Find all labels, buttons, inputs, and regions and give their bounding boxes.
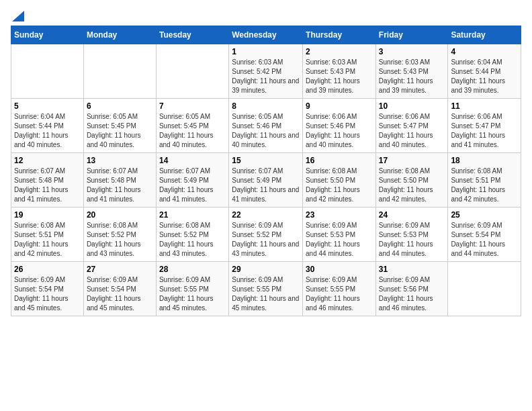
- day-info: Sunrise: 6:03 AMSunset: 5:43 PMDaylight:…: [306, 58, 373, 95]
- day-number: 1: [232, 47, 300, 56]
- calendar-cell: [11, 44, 84, 99]
- calendar-week-row: 26Sunrise: 6:09 AMSunset: 5:54 PMDayligh…: [11, 262, 521, 316]
- day-number: 15: [232, 156, 300, 165]
- day-info: Sunrise: 6:06 AMSunset: 5:47 PMDaylight:…: [379, 112, 445, 150]
- day-number: 29: [232, 265, 300, 274]
- day-info: Sunrise: 6:09 AMSunset: 5:54 PMDaylight:…: [14, 275, 81, 313]
- weekday-header-wednesday: Wednesday: [229, 26, 303, 44]
- calendar-week-row: 5Sunrise: 6:04 AMSunset: 5:44 PMDaylight…: [11, 99, 521, 153]
- day-number: 7: [159, 101, 226, 111]
- day-number: 8: [232, 101, 300, 111]
- logo: [11, 11, 24, 19]
- calendar-cell: 29Sunrise: 6:09 AMSunset: 5:55 PMDayligh…: [229, 262, 303, 316]
- day-info: Sunrise: 6:09 AMSunset: 5:54 PMDaylight:…: [87, 275, 153, 313]
- day-info: Sunrise: 6:09 AMSunset: 5:55 PMDaylight:…: [232, 275, 300, 313]
- day-number: 5: [14, 101, 81, 111]
- day-number: 9: [306, 101, 373, 111]
- day-info: Sunrise: 6:04 AMSunset: 5:44 PMDaylight:…: [14, 112, 81, 150]
- day-info: Sunrise: 6:07 AMSunset: 5:48 PMDaylight:…: [87, 167, 153, 204]
- calendar-cell: 6Sunrise: 6:05 AMSunset: 5:45 PMDaylight…: [83, 99, 156, 153]
- calendar-cell: [156, 44, 228, 99]
- day-number: 13: [87, 156, 153, 165]
- day-number: 3: [379, 47, 445, 56]
- day-info: Sunrise: 6:06 AMSunset: 5:46 PMDaylight:…: [306, 112, 373, 150]
- day-info: Sunrise: 6:03 AMSunset: 5:42 PMDaylight:…: [232, 58, 300, 95]
- day-number: 26: [14, 265, 81, 274]
- day-number: 24: [379, 210, 445, 220]
- day-number: 25: [451, 210, 518, 220]
- day-number: 2: [306, 47, 373, 56]
- day-info: Sunrise: 6:09 AMSunset: 5:53 PMDaylight:…: [379, 221, 445, 259]
- day-number: 22: [232, 210, 300, 220]
- day-number: 10: [379, 101, 445, 111]
- day-info: Sunrise: 6:06 AMSunset: 5:47 PMDaylight:…: [451, 112, 518, 150]
- day-number: 27: [87, 265, 153, 274]
- day-info: Sunrise: 6:04 AMSunset: 5:44 PMDaylight:…: [451, 58, 518, 95]
- day-number: 12: [14, 156, 81, 165]
- calendar-cell: 26Sunrise: 6:09 AMSunset: 5:54 PMDayligh…: [11, 262, 84, 316]
- calendar-cell: 10Sunrise: 6:06 AMSunset: 5:47 PMDayligh…: [375, 99, 448, 153]
- calendar-cell: 25Sunrise: 6:09 AMSunset: 5:54 PMDayligh…: [448, 208, 521, 262]
- day-info: Sunrise: 6:05 AMSunset: 5:46 PMDaylight:…: [232, 112, 300, 150]
- day-number: 21: [159, 210, 226, 220]
- day-info: Sunrise: 6:08 AMSunset: 5:51 PMDaylight:…: [451, 167, 518, 204]
- weekday-header-tuesday: Tuesday: [156, 26, 228, 44]
- day-number: 28: [159, 265, 226, 274]
- calendar-cell: 9Sunrise: 6:06 AMSunset: 5:46 PMDaylight…: [303, 99, 376, 153]
- day-info: Sunrise: 6:08 AMSunset: 5:52 PMDaylight:…: [87, 221, 153, 259]
- weekday-header-row: SundayMondayTuesdayWednesdayThursdayFrid…: [11, 26, 521, 44]
- day-number: 17: [379, 156, 445, 165]
- day-info: Sunrise: 6:03 AMSunset: 5:43 PMDaylight:…: [379, 58, 445, 95]
- calendar-cell: [448, 262, 521, 316]
- day-info: Sunrise: 6:09 AMSunset: 5:56 PMDaylight:…: [379, 275, 445, 313]
- page-header: [11, 11, 521, 19]
- calendar-cell: 30Sunrise: 6:09 AMSunset: 5:55 PMDayligh…: [303, 262, 376, 316]
- calendar-week-row: 12Sunrise: 6:07 AMSunset: 5:48 PMDayligh…: [11, 153, 521, 208]
- weekday-header-friday: Friday: [375, 26, 448, 44]
- calendar-cell: 14Sunrise: 6:07 AMSunset: 5:49 PMDayligh…: [156, 153, 228, 208]
- calendar-cell: 21Sunrise: 6:08 AMSunset: 5:52 PMDayligh…: [156, 208, 228, 262]
- calendar-cell: 11Sunrise: 6:06 AMSunset: 5:47 PMDayligh…: [448, 99, 521, 153]
- day-info: Sunrise: 6:09 AMSunset: 5:55 PMDaylight:…: [159, 275, 226, 313]
- day-number: 18: [451, 156, 518, 165]
- calendar-cell: 17Sunrise: 6:08 AMSunset: 5:50 PMDayligh…: [375, 153, 448, 208]
- day-info: Sunrise: 6:09 AMSunset: 5:52 PMDaylight:…: [232, 221, 300, 259]
- calendar-week-row: 1Sunrise: 6:03 AMSunset: 5:42 PMDaylight…: [11, 44, 521, 99]
- calendar-week-row: 19Sunrise: 6:08 AMSunset: 5:51 PMDayligh…: [11, 208, 521, 262]
- day-info: Sunrise: 6:07 AMSunset: 5:48 PMDaylight:…: [14, 167, 81, 204]
- day-info: Sunrise: 6:09 AMSunset: 5:54 PMDaylight:…: [451, 221, 518, 259]
- day-number: 30: [306, 265, 373, 274]
- day-info: Sunrise: 6:05 AMSunset: 5:45 PMDaylight:…: [159, 112, 226, 150]
- calendar-cell: 23Sunrise: 6:09 AMSunset: 5:53 PMDayligh…: [303, 208, 376, 262]
- weekday-header-saturday: Saturday: [448, 26, 521, 44]
- day-number: 14: [159, 156, 226, 165]
- day-info: Sunrise: 6:07 AMSunset: 5:49 PMDaylight:…: [159, 167, 226, 204]
- day-number: 20: [87, 210, 153, 220]
- day-info: Sunrise: 6:08 AMSunset: 5:51 PMDaylight:…: [14, 221, 81, 259]
- calendar-cell: 16Sunrise: 6:08 AMSunset: 5:50 PMDayligh…: [303, 153, 376, 208]
- calendar-table: SundayMondayTuesdayWednesdayThursdayFrid…: [11, 26, 521, 316]
- calendar-cell: 19Sunrise: 6:08 AMSunset: 5:51 PMDayligh…: [11, 208, 84, 262]
- calendar-cell: 18Sunrise: 6:08 AMSunset: 5:51 PMDayligh…: [448, 153, 521, 208]
- calendar-cell: 24Sunrise: 6:09 AMSunset: 5:53 PMDayligh…: [375, 208, 448, 262]
- weekday-header-thursday: Thursday: [303, 26, 376, 44]
- day-info: Sunrise: 6:08 AMSunset: 5:50 PMDaylight:…: [306, 167, 373, 204]
- svg-marker-0: [12, 11, 24, 21]
- calendar-cell: 27Sunrise: 6:09 AMSunset: 5:54 PMDayligh…: [83, 262, 156, 316]
- calendar-cell: 1Sunrise: 6:03 AMSunset: 5:42 PMDaylight…: [229, 44, 303, 99]
- day-number: 11: [451, 101, 518, 111]
- day-info: Sunrise: 6:07 AMSunset: 5:49 PMDaylight:…: [232, 167, 300, 204]
- logo-icon: [12, 11, 24, 21]
- day-info: Sunrise: 6:08 AMSunset: 5:50 PMDaylight:…: [379, 167, 445, 204]
- weekday-header-sunday: Sunday: [11, 26, 84, 44]
- calendar-cell: 7Sunrise: 6:05 AMSunset: 5:45 PMDaylight…: [156, 99, 228, 153]
- day-info: Sunrise: 6:08 AMSunset: 5:52 PMDaylight:…: [159, 221, 226, 259]
- calendar-cell: 3Sunrise: 6:03 AMSunset: 5:43 PMDaylight…: [375, 44, 448, 99]
- day-number: 23: [306, 210, 373, 220]
- calendar-cell: [83, 44, 156, 99]
- calendar-cell: 15Sunrise: 6:07 AMSunset: 5:49 PMDayligh…: [229, 153, 303, 208]
- day-number: 16: [306, 156, 373, 165]
- day-number: 6: [87, 101, 153, 111]
- day-info: Sunrise: 6:09 AMSunset: 5:55 PMDaylight:…: [306, 275, 373, 313]
- day-info: Sunrise: 6:09 AMSunset: 5:53 PMDaylight:…: [306, 221, 373, 259]
